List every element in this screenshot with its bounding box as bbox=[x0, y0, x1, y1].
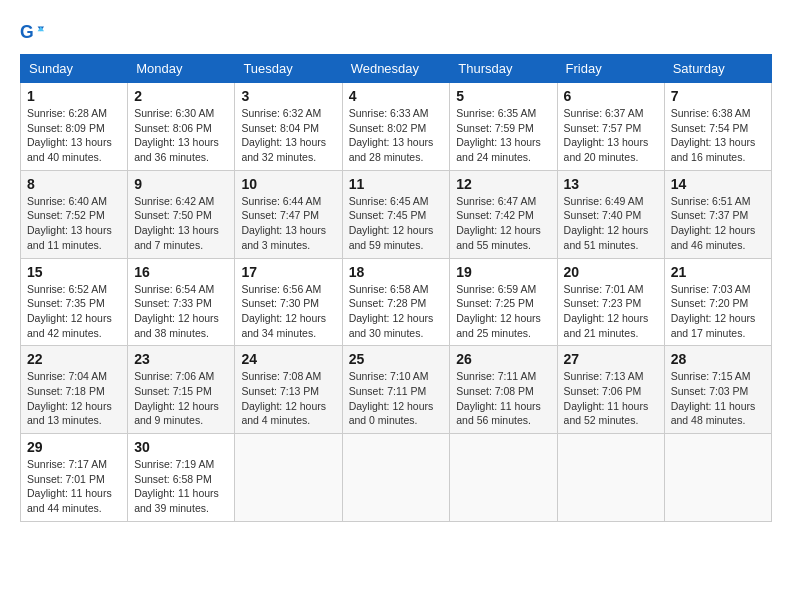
calendar-cell: 2 Sunrise: 6:30 AMSunset: 8:06 PMDayligh… bbox=[128, 83, 235, 171]
calendar-cell: 18 Sunrise: 6:58 AMSunset: 7:28 PMDaylig… bbox=[342, 258, 450, 346]
calendar-cell bbox=[557, 434, 664, 522]
day-number: 5 bbox=[456, 88, 550, 104]
calendar-cell: 15 Sunrise: 6:52 AMSunset: 7:35 PMDaylig… bbox=[21, 258, 128, 346]
day-info: Sunrise: 7:10 AMSunset: 7:11 PMDaylight:… bbox=[349, 370, 434, 426]
day-info: Sunrise: 6:59 AMSunset: 7:25 PMDaylight:… bbox=[456, 283, 541, 339]
header-wednesday: Wednesday bbox=[342, 55, 450, 83]
calendar-cell: 7 Sunrise: 6:38 AMSunset: 7:54 PMDayligh… bbox=[664, 83, 771, 171]
day-info: Sunrise: 6:54 AMSunset: 7:33 PMDaylight:… bbox=[134, 283, 219, 339]
day-number: 1 bbox=[27, 88, 121, 104]
calendar-cell: 21 Sunrise: 7:03 AMSunset: 7:20 PMDaylig… bbox=[664, 258, 771, 346]
day-number: 10 bbox=[241, 176, 335, 192]
calendar-cell bbox=[342, 434, 450, 522]
page-header: G bbox=[20, 20, 772, 44]
calendar-cell: 27 Sunrise: 7:13 AMSunset: 7:06 PMDaylig… bbox=[557, 346, 664, 434]
day-number: 19 bbox=[456, 264, 550, 280]
day-info: Sunrise: 6:56 AMSunset: 7:30 PMDaylight:… bbox=[241, 283, 326, 339]
header-saturday: Saturday bbox=[664, 55, 771, 83]
day-info: Sunrise: 6:44 AMSunset: 7:47 PMDaylight:… bbox=[241, 195, 326, 251]
calendar-cell: 14 Sunrise: 6:51 AMSunset: 7:37 PMDaylig… bbox=[664, 170, 771, 258]
day-number: 12 bbox=[456, 176, 550, 192]
calendar-cell: 23 Sunrise: 7:06 AMSunset: 7:15 PMDaylig… bbox=[128, 346, 235, 434]
day-number: 15 bbox=[27, 264, 121, 280]
calendar-cell: 4 Sunrise: 6:33 AMSunset: 8:02 PMDayligh… bbox=[342, 83, 450, 171]
calendar-cell: 13 Sunrise: 6:49 AMSunset: 7:40 PMDaylig… bbox=[557, 170, 664, 258]
calendar-cell: 26 Sunrise: 7:11 AMSunset: 7:08 PMDaylig… bbox=[450, 346, 557, 434]
header-monday: Monday bbox=[128, 55, 235, 83]
day-info: Sunrise: 6:52 AMSunset: 7:35 PMDaylight:… bbox=[27, 283, 112, 339]
day-info: Sunrise: 6:30 AMSunset: 8:06 PMDaylight:… bbox=[134, 107, 219, 163]
day-number: 29 bbox=[27, 439, 121, 455]
day-info: Sunrise: 7:01 AMSunset: 7:23 PMDaylight:… bbox=[564, 283, 649, 339]
calendar-header-row: SundayMondayTuesdayWednesdayThursdayFrid… bbox=[21, 55, 772, 83]
day-number: 7 bbox=[671, 88, 765, 104]
day-number: 14 bbox=[671, 176, 765, 192]
day-info: Sunrise: 7:06 AMSunset: 7:15 PMDaylight:… bbox=[134, 370, 219, 426]
week-row-1: 1 Sunrise: 6:28 AMSunset: 8:09 PMDayligh… bbox=[21, 83, 772, 171]
calendar-cell bbox=[450, 434, 557, 522]
day-number: 3 bbox=[241, 88, 335, 104]
day-number: 6 bbox=[564, 88, 658, 104]
day-number: 27 bbox=[564, 351, 658, 367]
calendar-cell: 9 Sunrise: 6:42 AMSunset: 7:50 PMDayligh… bbox=[128, 170, 235, 258]
calendar-table: SundayMondayTuesdayWednesdayThursdayFrid… bbox=[20, 54, 772, 522]
day-number: 26 bbox=[456, 351, 550, 367]
calendar-cell: 5 Sunrise: 6:35 AMSunset: 7:59 PMDayligh… bbox=[450, 83, 557, 171]
calendar-cell: 11 Sunrise: 6:45 AMSunset: 7:45 PMDaylig… bbox=[342, 170, 450, 258]
calendar-cell: 17 Sunrise: 6:56 AMSunset: 7:30 PMDaylig… bbox=[235, 258, 342, 346]
day-info: Sunrise: 7:03 AMSunset: 7:20 PMDaylight:… bbox=[671, 283, 756, 339]
calendar-cell: 20 Sunrise: 7:01 AMSunset: 7:23 PMDaylig… bbox=[557, 258, 664, 346]
svg-text:G: G bbox=[20, 22, 34, 42]
calendar-cell: 8 Sunrise: 6:40 AMSunset: 7:52 PMDayligh… bbox=[21, 170, 128, 258]
calendar-cell: 25 Sunrise: 7:10 AMSunset: 7:11 PMDaylig… bbox=[342, 346, 450, 434]
day-number: 4 bbox=[349, 88, 444, 104]
day-info: Sunrise: 6:42 AMSunset: 7:50 PMDaylight:… bbox=[134, 195, 219, 251]
calendar-cell: 19 Sunrise: 6:59 AMSunset: 7:25 PMDaylig… bbox=[450, 258, 557, 346]
day-number: 17 bbox=[241, 264, 335, 280]
calendar-cell bbox=[664, 434, 771, 522]
day-info: Sunrise: 6:37 AMSunset: 7:57 PMDaylight:… bbox=[564, 107, 649, 163]
day-info: Sunrise: 7:04 AMSunset: 7:18 PMDaylight:… bbox=[27, 370, 112, 426]
week-row-5: 29 Sunrise: 7:17 AMSunset: 7:01 PMDaylig… bbox=[21, 434, 772, 522]
day-number: 21 bbox=[671, 264, 765, 280]
day-number: 18 bbox=[349, 264, 444, 280]
header-friday: Friday bbox=[557, 55, 664, 83]
calendar-cell bbox=[235, 434, 342, 522]
day-number: 22 bbox=[27, 351, 121, 367]
day-number: 24 bbox=[241, 351, 335, 367]
day-number: 23 bbox=[134, 351, 228, 367]
day-number: 8 bbox=[27, 176, 121, 192]
day-info: Sunrise: 7:08 AMSunset: 7:13 PMDaylight:… bbox=[241, 370, 326, 426]
calendar-cell: 12 Sunrise: 6:47 AMSunset: 7:42 PMDaylig… bbox=[450, 170, 557, 258]
day-number: 2 bbox=[134, 88, 228, 104]
header-tuesday: Tuesday bbox=[235, 55, 342, 83]
day-info: Sunrise: 7:13 AMSunset: 7:06 PMDaylight:… bbox=[564, 370, 649, 426]
day-number: 9 bbox=[134, 176, 228, 192]
day-number: 28 bbox=[671, 351, 765, 367]
calendar-cell: 1 Sunrise: 6:28 AMSunset: 8:09 PMDayligh… bbox=[21, 83, 128, 171]
day-info: Sunrise: 6:47 AMSunset: 7:42 PMDaylight:… bbox=[456, 195, 541, 251]
calendar-cell: 22 Sunrise: 7:04 AMSunset: 7:18 PMDaylig… bbox=[21, 346, 128, 434]
day-info: Sunrise: 6:35 AMSunset: 7:59 PMDaylight:… bbox=[456, 107, 541, 163]
logo-icon: G bbox=[20, 20, 44, 44]
day-info: Sunrise: 6:38 AMSunset: 7:54 PMDaylight:… bbox=[671, 107, 756, 163]
day-number: 16 bbox=[134, 264, 228, 280]
week-row-2: 8 Sunrise: 6:40 AMSunset: 7:52 PMDayligh… bbox=[21, 170, 772, 258]
logo: G bbox=[20, 20, 48, 44]
day-number: 30 bbox=[134, 439, 228, 455]
day-info: Sunrise: 7:19 AMSunset: 6:58 PMDaylight:… bbox=[134, 458, 219, 514]
week-row-4: 22 Sunrise: 7:04 AMSunset: 7:18 PMDaylig… bbox=[21, 346, 772, 434]
day-info: Sunrise: 6:32 AMSunset: 8:04 PMDaylight:… bbox=[241, 107, 326, 163]
day-info: Sunrise: 6:58 AMSunset: 7:28 PMDaylight:… bbox=[349, 283, 434, 339]
calendar-cell: 30 Sunrise: 7:19 AMSunset: 6:58 PMDaylig… bbox=[128, 434, 235, 522]
calendar-cell: 3 Sunrise: 6:32 AMSunset: 8:04 PMDayligh… bbox=[235, 83, 342, 171]
calendar-cell: 28 Sunrise: 7:15 AMSunset: 7:03 PMDaylig… bbox=[664, 346, 771, 434]
day-info: Sunrise: 7:17 AMSunset: 7:01 PMDaylight:… bbox=[27, 458, 112, 514]
calendar-cell: 10 Sunrise: 6:44 AMSunset: 7:47 PMDaylig… bbox=[235, 170, 342, 258]
calendar-cell: 6 Sunrise: 6:37 AMSunset: 7:57 PMDayligh… bbox=[557, 83, 664, 171]
day-number: 20 bbox=[564, 264, 658, 280]
day-number: 13 bbox=[564, 176, 658, 192]
calendar-cell: 24 Sunrise: 7:08 AMSunset: 7:13 PMDaylig… bbox=[235, 346, 342, 434]
header-sunday: Sunday bbox=[21, 55, 128, 83]
day-info: Sunrise: 7:15 AMSunset: 7:03 PMDaylight:… bbox=[671, 370, 756, 426]
